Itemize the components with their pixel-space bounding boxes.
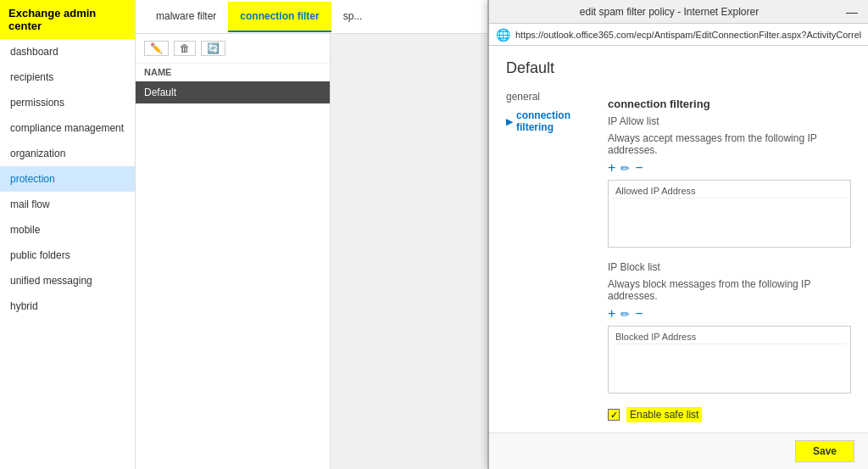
block-list-description: Always block messages from the following… [608, 278, 851, 302]
policy-row-default[interactable]: Default [136, 81, 330, 103]
sidebar-item-mail-flow[interactable]: mail flow [0, 192, 135, 217]
allow-list-toolbar: + ✏ − [608, 161, 851, 175]
tab-malware-filter[interactable]: malware filter [144, 2, 228, 32]
sidebar-nav: dashboard recipients permissions complia… [0, 39, 135, 469]
dialog-nav: connection filtering [506, 106, 608, 137]
dialog-left-nav: general connection filtering [506, 91, 608, 422]
add-policy-button[interactable]: ✏️ [144, 41, 169, 56]
refresh-policy-button[interactable]: 🔄 [201, 41, 225, 56]
browser-close-button[interactable]: — [843, 5, 861, 19]
dialog-right-content: connection filtering IP Allow list Alway… [608, 91, 851, 422]
browser-url-bar[interactable]: https://outlook.office365.com/ecp/Antisp… [515, 30, 861, 40]
allow-list-label: IP Allow list [608, 115, 851, 127]
block-remove-button[interactable]: − [635, 307, 643, 321]
allow-edit-button[interactable]: ✏ [620, 163, 630, 174]
tab-spam[interactable]: sp... [331, 2, 375, 32]
policy-toolbar: ✏️ 🗑 🔄 [136, 34, 330, 64]
sidebar-item-public-folders[interactable]: public folders [0, 243, 135, 268]
block-ip-list: Blocked IP Address [608, 326, 851, 394]
allow-ip-list: Allowed IP Address [608, 180, 851, 248]
dialog-body: general connection filtering connection … [506, 91, 851, 422]
sidebar-item-organization[interactable]: organization [0, 141, 135, 166]
block-edit-button[interactable]: ✏ [620, 309, 630, 320]
allow-ip-list-header: Allowed IP Address [612, 184, 847, 198]
sidebar-item-dashboard[interactable]: dashboard [0, 39, 135, 64]
sidebar-item-protection[interactable]: protection [0, 166, 135, 192]
sidebar-item-recipients[interactable]: recipients [0, 64, 135, 90]
sidebar-item-permissions[interactable]: permissions [0, 90, 135, 115]
tab-connection-filter[interactable]: connection filter [228, 2, 331, 32]
block-list-label: IP Block list [608, 261, 851, 273]
browser-addressbar: 🌐 https://outlook.office365.com/ecp/Anti… [489, 24, 868, 46]
nav-connection-filtering[interactable]: connection filtering [506, 106, 608, 137]
allow-list-description: Always accept messages from the followin… [608, 132, 851, 156]
safelist-label: Enable safe list [626, 407, 702, 422]
main-area: malware filter connection filter sp... ✏… [136, 0, 868, 469]
browser-content: Default general connection filtering con… [489, 46, 868, 433]
browser-titlebar: edit spam filter policy - Internet Explo… [489, 0, 868, 24]
block-add-button[interactable]: + [608, 307, 615, 321]
sidebar: Exchange admin center dashboard recipien… [0, 0, 136, 469]
browser-window: edit spam filter policy - Internet Explo… [487, 0, 868, 469]
sidebar-item-compliance[interactable]: compliance management [0, 115, 135, 141]
sidebar-item-hybrid[interactable]: hybrid [0, 293, 135, 319]
safelist-row: ✓ Enable safe list [608, 407, 851, 422]
policy-column-header: NAME [136, 64, 330, 81]
dialog-footer: Save [489, 433, 868, 469]
save-button[interactable]: Save [795, 440, 854, 462]
browser-window-title: edit spam filter policy - Internet Explo… [496, 6, 843, 18]
sidebar-title: Exchange admin center [0, 0, 135, 39]
general-label: general [506, 91, 608, 103]
sidebar-item-unified-messaging[interactable]: unified messaging [0, 268, 135, 293]
policy-list-panel: ✏️ 🗑 🔄 NAME Default [136, 34, 331, 469]
block-list-toolbar: + ✏ − [608, 307, 851, 321]
allow-add-button[interactable]: + [608, 161, 615, 175]
sidebar-item-mobile[interactable]: mobile [0, 217, 135, 243]
dialog-title: Default [506, 59, 851, 77]
allow-remove-button[interactable]: − [635, 161, 643, 175]
browser-icon: 🌐 [496, 28, 510, 42]
safelist-checkbox[interactable]: ✓ [608, 409, 620, 421]
edit-policy-button[interactable]: 🗑 [174, 41, 196, 56]
block-ip-list-header: Blocked IP Address [612, 330, 847, 344]
connection-filtering-heading: connection filtering [608, 98, 851, 110]
